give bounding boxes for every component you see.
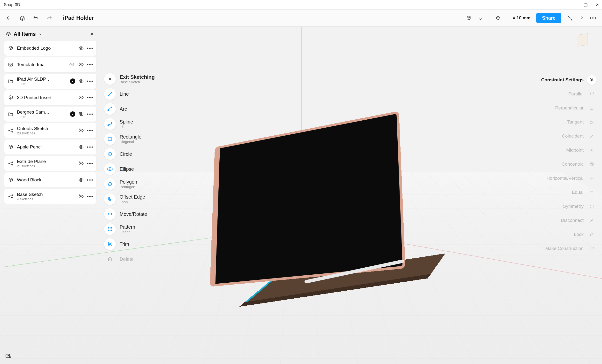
constraint-icon: [587, 117, 597, 127]
orientation-icon[interactable]: [495, 15, 501, 21]
tool-line[interactable]: Line: [104, 88, 155, 100]
snap-value[interactable]: # 10 mm: [513, 15, 530, 21]
item-row[interactable]: Bergnes Sam…1 item▸•••: [4, 107, 96, 122]
tool-delete[interactable]: Delete: [104, 253, 155, 265]
constraint-concentric[interactable]: Concentric: [561, 159, 597, 169]
items-panel: All Items ✕ Embedded Logo•••Template Ima…: [4, 30, 96, 204]
tool-arc[interactable]: Arc: [104, 103, 155, 115]
item-row[interactable]: 3D Printed Insert•••: [4, 90, 96, 105]
visibility-on-icon[interactable]: [78, 177, 84, 183]
tool-spline[interactable]: SplineFit: [104, 118, 155, 130]
more-icon[interactable]: •••: [87, 78, 94, 84]
visibility-off-icon[interactable]: [78, 193, 84, 199]
more-icon[interactable]: •••: [590, 15, 596, 21]
more-icon[interactable]: •••: [87, 45, 94, 51]
box-view-icon[interactable]: [466, 15, 472, 21]
layers-icon[interactable]: [19, 15, 25, 21]
constraint-label: Equal: [572, 190, 584, 195]
item-row[interactable]: iPad Air SLDP…1 item▸•••: [4, 74, 96, 89]
svg-point-9: [12, 131, 13, 132]
item-row[interactable]: Wood Block•••: [4, 172, 96, 187]
svg-point-44: [591, 220, 592, 221]
svg-point-16: [80, 179, 82, 181]
close-icon[interactable]: ✕: [595, 2, 599, 8]
constraint-perpendicular[interactable]: Perpendicular: [555, 103, 597, 113]
more-icon[interactable]: •••: [87, 128, 94, 133]
tool-ellipse[interactable]: Ellipse: [104, 163, 155, 175]
more-icon[interactable]: •••: [87, 62, 94, 68]
constraint-settings[interactable]: Constraint Settings: [541, 75, 597, 85]
more-icon[interactable]: •••: [87, 95, 94, 100]
expand-caret-icon[interactable]: ▸: [70, 78, 75, 84]
svg-point-29: [110, 154, 110, 154]
item-row[interactable]: Cutouts Sketch28 sketches•••: [4, 123, 96, 138]
tool-rectangle[interactable]: RectangleDiagonal: [104, 133, 155, 145]
magnet-icon[interactable]: [478, 15, 483, 21]
more-icon[interactable]: •••: [87, 177, 94, 183]
constraint-icon: [587, 159, 597, 169]
undo-icon[interactable]: [33, 15, 39, 21]
constraint-lock[interactable]: Lock: [574, 230, 597, 239]
svg-rect-27: [108, 138, 112, 140]
visibility-off-icon[interactable]: [78, 128, 84, 133]
help-icon[interactable]: [579, 15, 585, 21]
more-icon[interactable]: •••: [87, 144, 94, 150]
visibility-off-icon[interactable]: [78, 161, 84, 166]
ar-icon[interactable]: [5, 352, 12, 359]
item-row[interactable]: Apple Pencil•••: [4, 139, 96, 154]
tool-circle[interactable]: Circle: [104, 148, 155, 160]
more-icon[interactable]: •••: [87, 111, 94, 117]
constraint-tangent[interactable]: Tangent: [567, 117, 597, 127]
expand-icon[interactable]: [567, 15, 573, 21]
maximize-icon[interactable]: ▢: [584, 2, 588, 8]
item-row[interactable]: Template Ima…0%•••: [4, 57, 96, 72]
tool-move-rotate[interactable]: Move/Rotate: [104, 208, 155, 220]
item-row[interactable]: Embedded Logo•••: [4, 41, 96, 56]
document-name[interactable]: iPad Holder: [63, 15, 94, 21]
visibility-on-icon[interactable]: [78, 95, 84, 100]
tool-polygon[interactable]: PolygonPentagon: [104, 178, 155, 190]
svg-rect-45: [591, 234, 593, 236]
tool-sub: Loop: [120, 200, 145, 204]
tool-trim[interactable]: Trim: [104, 238, 155, 250]
visibility-off-icon[interactable]: [78, 62, 84, 68]
orientation-cube[interactable]: [571, 29, 593, 51]
tool-exit-sketching[interactable]: Exit SketchingBase Sketch: [104, 73, 155, 85]
more-icon[interactable]: •••: [87, 194, 94, 199]
model-preview[interactable]: [202, 127, 400, 277]
item-row[interactable]: Base Sketch4 sketches•••: [4, 189, 96, 204]
svg-point-25: [108, 125, 109, 126]
back-icon[interactable]: [6, 15, 12, 21]
more-icon[interactable]: •••: [87, 161, 94, 166]
constraint-symmetry[interactable]: Symmetry: [563, 202, 597, 211]
constraint-parallel[interactable]: Parallel: [568, 89, 597, 99]
tool-offset-edge[interactable]: Offset EdgeLoop: [104, 193, 155, 205]
visibility-on-icon[interactable]: [78, 144, 84, 150]
constraint-coincident[interactable]: Coincident: [562, 131, 597, 141]
tool-sub: Diagonal: [120, 140, 141, 144]
tool-pattern[interactable]: PatternLinear: [104, 223, 155, 235]
tool-icon: [104, 238, 116, 250]
body-icon: [7, 94, 14, 101]
tool-label: Ellipse: [120, 166, 134, 172]
visibility-on-icon[interactable]: [78, 45, 84, 51]
constraint-make-construction[interactable]: Make Construction: [545, 244, 597, 253]
svg-point-43: [591, 163, 593, 165]
visibility-on-icon[interactable]: [78, 78, 84, 84]
close-panel-icon[interactable]: ✕: [90, 31, 94, 37]
constraint-label: Perpendicular: [555, 105, 584, 111]
svg-rect-33: [111, 227, 112, 229]
divider: [489, 14, 489, 22]
chevron-down-icon[interactable]: [38, 32, 42, 36]
constraint-disconnect[interactable]: Disconnect: [561, 215, 597, 225]
constraint-midpoint[interactable]: Midpoint: [566, 145, 597, 155]
items-title[interactable]: All Items: [14, 31, 36, 37]
expand-caret-icon[interactable]: ▸: [70, 111, 75, 117]
constraint-horizontal-vertical[interactable]: Horizontal/Vertical: [547, 173, 597, 183]
redo-icon[interactable]: [46, 15, 52, 21]
visibility-off-icon[interactable]: [78, 111, 84, 117]
minimize-icon[interactable]: —: [571, 2, 576, 8]
share-button[interactable]: Share: [536, 13, 561, 23]
constraint-equal[interactable]: Equal: [572, 187, 597, 197]
item-row[interactable]: Extrude Plane21 sketches•••: [4, 156, 96, 171]
